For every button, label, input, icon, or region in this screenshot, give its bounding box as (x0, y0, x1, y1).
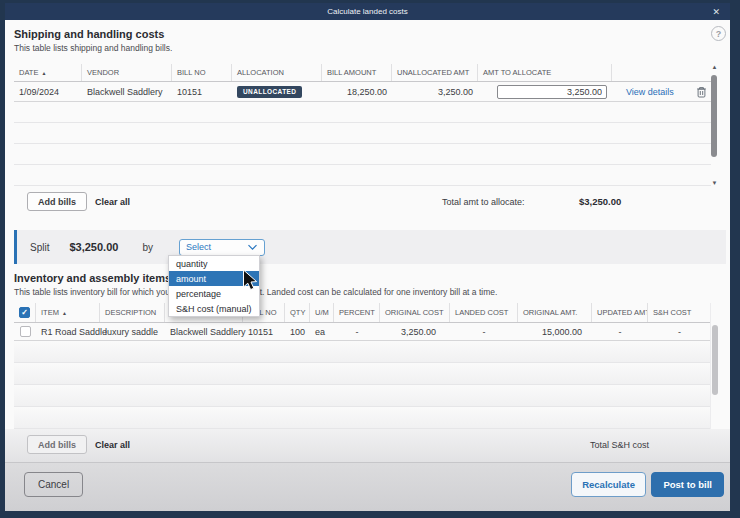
shipping-subheading: This table lists shipping and handling b… (14, 43, 172, 53)
col-header-sh-cost: S&H COST (648, 303, 711, 322)
row-checkbox[interactable] (20, 326, 31, 337)
trash-icon[interactable] (696, 86, 707, 98)
scroll-up-icon[interactable]: ▲ (710, 64, 719, 70)
shipping-table-header: DATE ▲ VENDOR BILL NO ALLOCATION BILL AM… (14, 64, 711, 82)
select-all-checkbox[interactable]: ✓ (19, 307, 30, 318)
item-bill-no: 10151 (243, 323, 285, 340)
col-header-actions (612, 64, 711, 81)
post-to-bill-button[interactable]: Post to bill (651, 472, 724, 497)
chevron-down-icon (247, 244, 258, 251)
screen-backdrop: Calculate landed costs ✕ ? Shipping and … (0, 0, 740, 518)
calculate-landed-costs-dialog: Calculate landed costs ✕ ? Shipping and … (5, 3, 730, 511)
unallocated-amt: 3,250.00 (392, 82, 478, 101)
shipping-heading: Shipping and handling costs (14, 28, 172, 40)
shipping-section-header: Shipping and handling costs This table l… (14, 28, 172, 53)
bill-no: 10151 (172, 82, 232, 101)
col-header-date[interactable]: DATE ▲ (14, 64, 82, 81)
dialog-titlebar: Calculate landed costs ✕ (5, 3, 730, 20)
inventory-table-header: ✓ ITEM ▲ DESCRIPTION VENDOR BILL NO QTY … (14, 303, 711, 323)
item-description: luxury saddle (100, 323, 165, 340)
col-header-date-label: DATE (19, 68, 38, 77)
select-all-checkbox-cell: ✓ (14, 303, 36, 322)
cancel-button[interactable]: Cancel (24, 472, 83, 497)
shipping-bills-table: DATE ▲ VENDOR BILL NO ALLOCATION BILL AM… (14, 64, 711, 186)
dialog-title: Calculate landed costs (327, 7, 408, 16)
table-row-empty (14, 123, 711, 144)
bill-amount: 18,250.00 (322, 82, 392, 101)
split-bar: Split $3,250.00 by Select (14, 230, 726, 264)
scroll-down-icon[interactable]: ▼ (710, 180, 719, 186)
col-header-qty: QTY (285, 303, 310, 322)
clear-all-link-inventory[interactable]: Clear all (95, 440, 130, 450)
total-amt-to-allocate-label: Total amt to allocate: (442, 197, 525, 207)
col-header-unallocated-amt: UNALLOCATED AMT (392, 64, 478, 81)
item-updated-amt: - (592, 323, 648, 340)
dialog-footer: Cancel Recalculate Post to bill (5, 462, 730, 511)
split-by-label: by (142, 242, 153, 253)
table-row-empty (14, 363, 711, 385)
scrollbar-thumb[interactable] (711, 75, 717, 157)
amt-to-allocate-cell (478, 82, 612, 101)
inventory-items-table: ✓ ITEM ▲ DESCRIPTION VENDOR BILL NO QTY … (14, 303, 711, 429)
check-icon: ✓ (21, 308, 28, 317)
col-header-item-label: ITEM (41, 308, 59, 317)
split-method-select[interactable]: Select (179, 239, 265, 256)
col-header-original-cost: ORIGINAL COST (380, 303, 450, 322)
item-landed-cost: - (450, 323, 518, 340)
unallocated-badge: UNALLOCATED (237, 86, 302, 98)
col-header-description: DESCRIPTION (100, 303, 165, 322)
add-bills-button-inventory[interactable]: Add bills (27, 435, 87, 454)
inventory-item-row: R1 Road Saddle luxury saddle Blackwell S… (14, 323, 711, 341)
table-row-empty (14, 385, 711, 407)
item-um: ea (310, 323, 334, 340)
sort-asc-icon: ▲ (41, 70, 46, 76)
help-icon[interactable]: ? (711, 26, 726, 41)
clear-all-link[interactable]: Clear all (95, 197, 130, 207)
col-header-updated-amt: UPDATED AMT. (592, 303, 648, 322)
close-icon[interactable]: ✕ (712, 7, 720, 17)
table-row-empty (14, 165, 711, 186)
table-row-empty (14, 341, 711, 363)
col-header-percent: PERCENT (334, 303, 380, 322)
table-row-empty (14, 102, 711, 123)
item-qty: 100 (285, 323, 310, 340)
col-header-vendor: VENDOR (82, 64, 172, 81)
item-vendor: Blackwell Saddlery (165, 323, 243, 340)
view-details-link[interactable]: View details (626, 87, 674, 97)
item-percent: - (334, 323, 380, 340)
total-sh-cost-label: Total S&H cost (590, 440, 649, 450)
add-bills-button[interactable]: Add bills (27, 192, 87, 211)
row-checkbox-cell (14, 323, 36, 340)
dropdown-option-sh-cost-manual[interactable]: S&H cost (manual) (169, 301, 259, 316)
row-actions-cell: View details (612, 82, 712, 101)
col-header-bill-no: BILL NO (172, 64, 232, 81)
inventory-table-scrollbar[interactable] (710, 303, 719, 429)
mouse-cursor-icon (242, 269, 260, 296)
table-row-empty (14, 144, 711, 165)
item-name: R1 Road Saddle (36, 323, 100, 340)
item-original-amt: 15,000.00 (518, 323, 592, 340)
col-header-um: U/M (310, 303, 334, 322)
col-header-allocation: ALLOCATION (232, 64, 322, 81)
shipping-bill-row: 1/09/2024 Blackwell Saddlery 10151 UNALL… (14, 82, 711, 102)
recalculate-button[interactable]: Recalculate (571, 472, 646, 497)
split-amount: $3,250.00 (69, 241, 118, 253)
split-label: Split (30, 242, 49, 253)
col-header-bill-amount: BILL AMOUNT (322, 64, 392, 81)
allocation-cell: UNALLOCATED (232, 82, 322, 101)
total-amt-to-allocate-value: $3,250.00 (579, 196, 621, 207)
item-original-cost: 3,250.00 (380, 323, 450, 340)
bill-vendor: Blackwell Saddlery (82, 82, 172, 101)
col-header-landed-cost: LANDED COST (450, 303, 518, 322)
amt-to-allocate-input[interactable] (497, 85, 607, 99)
table-row-empty (14, 407, 711, 429)
col-header-item[interactable]: ITEM ▲ (36, 303, 100, 322)
item-sh-cost: - (648, 323, 711, 340)
sort-asc-icon: ▲ (62, 310, 67, 316)
scrollbar-thumb[interactable] (712, 325, 718, 395)
col-header-amt-to-allocate: AMT TO ALLOCATE (478, 64, 612, 81)
select-value: Select (186, 242, 211, 252)
shipping-table-scrollbar[interactable]: ▲ ▼ (710, 64, 719, 186)
bill-date: 1/09/2024 (14, 82, 82, 101)
col-header-original-amt: ORIGINAL AMT. (518, 303, 592, 322)
